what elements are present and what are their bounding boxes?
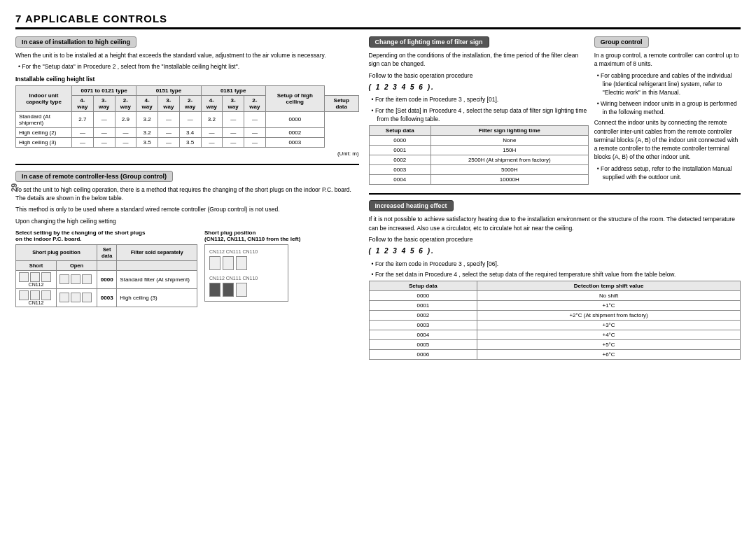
plug-short-col: Short <box>16 260 57 270</box>
table-cell: High ceiling (2) <box>16 127 72 137</box>
table-cell: +5°C <box>477 340 741 350</box>
table-cell: 0003 <box>265 137 324 147</box>
ih-col-setup: Setup data <box>369 281 477 291</box>
plug-box-2 <box>223 256 234 270</box>
plug-desc-cell: High ceiling (3) <box>117 288 197 307</box>
plug-box-5 <box>223 283 234 297</box>
section1-bullet: • For the "Setup data" in Procedure 2 , … <box>15 62 359 71</box>
left-column: In case of installation to high ceiling … <box>15 36 359 363</box>
table-cell: — <box>223 111 244 127</box>
table-cell: — <box>201 127 223 137</box>
filter-sign-section: Change of lighting time of filter sign D… <box>369 36 589 188</box>
table-row: 0004+4°C <box>369 330 740 340</box>
table-cell: +1°C <box>477 301 741 311</box>
section2-para1: To set the unit to high ceiling operatio… <box>15 185 359 203</box>
table-cell: 0000 <box>369 136 430 146</box>
increased-heating-bullet1: • For the item code in Procedure 3 , spe… <box>369 260 741 268</box>
short-plug-area: Select setting by the changing of the sh… <box>15 230 359 310</box>
group-control-bullet3: • For address setup, refer to the Instal… <box>594 164 741 182</box>
fs-col-setup: Setup data <box>369 126 430 136</box>
subh-4way-2: 4-way <box>136 95 158 111</box>
group-control-para2: Connect the indoor units by connecting t… <box>594 118 741 162</box>
table-cell: — <box>158 137 180 147</box>
page-title: 7 APPLICABLE CONTROLS <box>15 13 741 29</box>
table-row: 00022500H (At shipment from factory) <box>369 155 588 165</box>
table-row: 0002+2°C (At shipment from factory) <box>369 311 740 321</box>
filter-sign-procedure: ( 1 2 3 4 5 6 ). <box>369 83 589 93</box>
filter-sign-bullet1: • For the item code in Procedure 3 , spe… <box>369 95 589 104</box>
increased-heating-para1: If it is not possible to achieve satisfa… <box>369 215 741 232</box>
table-cell: 3.2 <box>201 111 223 127</box>
short-plug-heading: Short plug position(CN112, CN111, CN110 … <box>204 230 300 242</box>
table-row: 00035000H <box>369 165 588 175</box>
plug-open-col: Open <box>57 260 97 270</box>
table-cell: Standard (At shipment) <box>16 111 72 127</box>
increased-heating-bullet2: • For the set data in Procedure 4 , sele… <box>369 270 741 279</box>
section1-header: In case of installation to high ceiling <box>15 36 136 48</box>
table-cell: +3°C <box>477 321 741 330</box>
table-cell: +4°C <box>477 330 741 340</box>
table-cell: 0003 <box>369 165 430 175</box>
section-divider-2 <box>369 193 741 195</box>
table-cell: — <box>93 111 115 127</box>
col-0181: 0181 type <box>201 85 265 95</box>
table-cell: +2°C (At shipment from factory) <box>477 311 741 321</box>
plug-select-area: Select setting by the changing of the sh… <box>15 230 197 310</box>
table-cell: None <box>430 136 588 146</box>
table-row: 0003+3°C <box>369 321 740 330</box>
table-row: 0000No shift <box>369 291 740 301</box>
table-cell: — <box>115 127 136 137</box>
unit-note: (Unit: m) <box>15 150 359 157</box>
plug-box-6 <box>236 283 247 297</box>
table-cell: 150H <box>430 146 588 155</box>
filter-sign-bullet2: • For the [Set data] in Procedure 4 , se… <box>369 106 589 124</box>
table-row: 0001+1°C <box>369 301 740 311</box>
subh-setup-data: Setup data <box>324 95 358 111</box>
table-cell: 3.4 <box>179 127 201 137</box>
table-cell: 2.7 <box>72 111 94 127</box>
table-cell: — <box>158 111 180 127</box>
plug-row: CN1120000Standard filter (At shipment) <box>16 270 197 288</box>
section2-header: In case of remote controller-less (Group… <box>15 171 173 182</box>
table-cell: High ceiling (3) <box>16 137 72 147</box>
table-cell: +6°C <box>477 350 741 360</box>
table-cell: 0000 <box>369 291 477 301</box>
section-divider-1 <box>15 164 359 165</box>
table-row: 000410000H <box>369 175 588 185</box>
plug-setdata-cell: 0003 <box>97 288 117 307</box>
plug-filter-header: Filter sold separately <box>117 244 197 260</box>
subh-2way-1: 2-way <box>115 95 136 111</box>
col-capacity-type: Indoor unit capacity type <box>16 85 72 111</box>
table-cell: 0001 <box>369 301 477 311</box>
installable-table: Indoor unit capacity type 0071 to 0121 t… <box>15 85 359 148</box>
group-control-para1: In a group control, a remote controller … <box>594 51 741 69</box>
increased-heating-procedure: ( 1 2 3 4 5 6 ). <box>369 246 741 257</box>
group-control-header: Group control <box>594 36 649 48</box>
table-cell: — <box>93 137 115 147</box>
table-cell: — <box>93 127 115 137</box>
table-cell: 5000H <box>430 165 588 175</box>
table-cell: — <box>223 137 244 147</box>
plug-visual-row2 <box>209 283 284 297</box>
table-cell: 0004 <box>369 330 477 340</box>
plug-desc-cell: Standard filter (At shipment) <box>117 270 197 288</box>
table-cell: 0001 <box>369 146 430 155</box>
right-top-layout: Change of lighting time of filter sign D… <box>369 36 741 188</box>
plug-open-cell <box>57 288 97 307</box>
table-cell: 3.5 <box>179 137 201 147</box>
table-cell: 3.5 <box>136 137 158 147</box>
section2-para3: Upon changing the high ceiling setting <box>15 217 359 225</box>
increased-heating-header: Increased heating effect <box>369 200 454 211</box>
subh-3way-2: 3-way <box>158 95 180 111</box>
group-control-bullet1: • For cabling procedure and cables of th… <box>594 71 741 97</box>
section2-para2: This method is only to be used where a s… <box>15 205 359 213</box>
table-cell: 0006 <box>369 350 477 360</box>
table-row: 0005+5°C <box>369 340 740 350</box>
table-cell: 3.2 <box>136 127 158 137</box>
plug-diagram: CN112 CN111 CN110 CN112 CN111 CN110 <box>204 244 288 302</box>
plug-visual-cell: CN112 <box>16 270 57 288</box>
table-row: 0000None <box>369 136 588 146</box>
subh-3way-3: 3-way <box>223 95 244 111</box>
table-cell: — <box>244 137 266 147</box>
plug-box-4 <box>209 283 220 297</box>
